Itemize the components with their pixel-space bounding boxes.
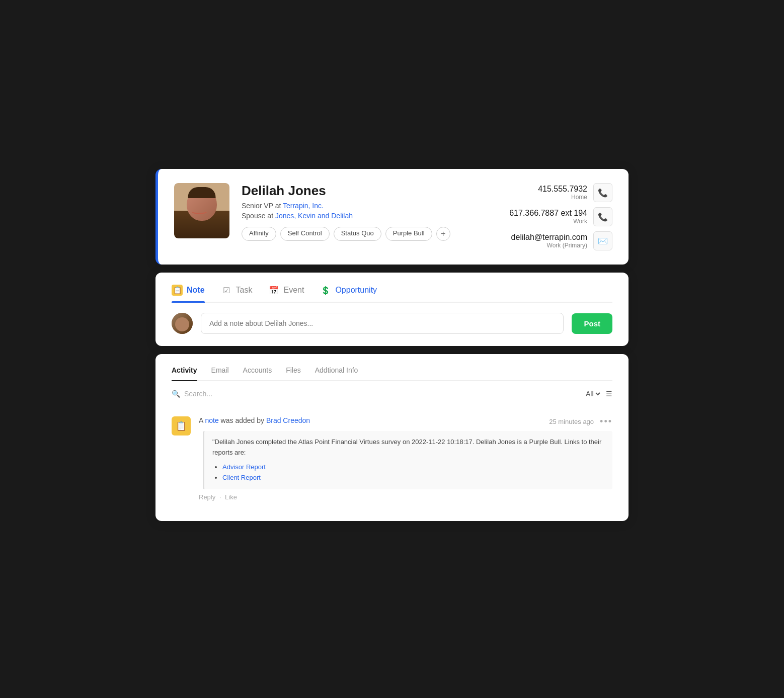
- client-report-link[interactable]: Client Report: [222, 474, 261, 481]
- contact-info: Delilah Jones Senior VP at Terrapin, Inc…: [242, 183, 472, 243]
- activity-action-prefix: A: [199, 416, 203, 424]
- tab-note[interactable]: 📋 Note: [172, 285, 205, 302]
- post-button[interactable]: Post: [572, 313, 612, 334]
- filter-row: All ☰: [584, 389, 612, 398]
- email-text: delilah@terrapin.com Work (Primary): [511, 233, 587, 249]
- activity-item-header: A note was added by Brad Creedon 25 minu…: [199, 416, 612, 427]
- activity-links-list: Advisor Report Client Report: [212, 462, 604, 483]
- email-label: Work (Primary): [511, 242, 587, 249]
- phone-work-button[interactable]: 📞: [593, 207, 612, 226]
- tag-status-quo[interactable]: Status Quo: [334, 227, 381, 241]
- opportunity-icon: 💲: [320, 285, 331, 296]
- search-placeholder: Search...: [184, 390, 212, 398]
- tag-affinity[interactable]: Affinity: [242, 227, 276, 241]
- activity-item-title: A note was added by Brad Creedon: [199, 416, 310, 424]
- note-icon: 📋: [172, 285, 183, 296]
- avatar: [174, 183, 229, 238]
- activity-tab-activity[interactable]: Activity: [172, 366, 197, 380]
- like-button[interactable]: Like: [225, 493, 237, 501]
- email-item: delilah@terrapin.com Work (Primary) ✉️: [472, 231, 612, 250]
- add-tag-button[interactable]: +: [436, 227, 450, 241]
- contact-card: Delilah Jones Senior VP at Terrapin, Inc…: [155, 169, 629, 265]
- tab-task[interactable]: ☑ Task: [221, 285, 253, 302]
- activity-author-link[interactable]: Brad Creedon: [266, 416, 310, 424]
- footer-divider: ·: [219, 493, 223, 501]
- tab-opportunity-label: Opportunity: [335, 286, 377, 295]
- activity-more-button[interactable]: •••: [600, 416, 612, 427]
- filter-icon[interactable]: ☰: [606, 390, 612, 398]
- activity-note-link[interactable]: note: [205, 416, 218, 424]
- filter-select[interactable]: All: [584, 389, 602, 398]
- contact-spouse-link[interactable]: Jones, Kevin and Delilah: [275, 212, 353, 220]
- user-avatar: [172, 313, 193, 334]
- activity-note-icon: 📋: [172, 416, 191, 435]
- email-address: delilah@terrapin.com: [511, 233, 587, 242]
- advisor-report-link[interactable]: Advisor Report: [222, 463, 266, 471]
- note-card: 📋 Note ☑ Task 📅 Event 💲 Opportunity: [155, 273, 629, 346]
- note-tabs: 📋 Note ☑ Task 📅 Event 💲 Opportunity: [172, 285, 612, 303]
- list-item: Client Report: [222, 473, 604, 483]
- reply-button[interactable]: Reply: [199, 493, 215, 501]
- activity-tabs: Activity Email Accounts Files Addtional …: [172, 366, 612, 381]
- tab-opportunity[interactable]: 💲 Opportunity: [320, 285, 377, 302]
- phone-work-number: 617.366.7887 ext 194: [509, 209, 587, 218]
- tab-task-label: Task: [236, 286, 253, 295]
- phone-home-text: 415.555.7932 Home: [538, 185, 587, 201]
- contact-company-link[interactable]: Terrapin, Inc.: [283, 202, 324, 210]
- activity-card: Activity Email Accounts Files Addtional …: [155, 354, 629, 520]
- contact-name: Delilah Jones: [242, 183, 472, 199]
- search-icon: 🔍: [172, 390, 180, 398]
- list-item: Advisor Report: [222, 462, 604, 473]
- activity-item-content: A note was added by Brad Creedon 25 minu…: [199, 416, 612, 500]
- tag-self-control[interactable]: Self Control: [280, 227, 330, 241]
- contact-spouse-label: Spouse at: [242, 212, 273, 220]
- search-row: 🔍 Search... All ☰: [172, 389, 612, 398]
- activity-tab-additional[interactable]: Addtional Info: [315, 366, 358, 380]
- email-button[interactable]: ✉️: [593, 231, 612, 250]
- note-input-field[interactable]: [201, 313, 564, 334]
- activity-item: 📋 A note was added by Brad Creedon 25 mi…: [172, 408, 612, 508]
- tab-note-label: Note: [187, 286, 205, 295]
- contact-role: Senior VP at Terrapin, Inc.: [242, 202, 472, 210]
- activity-tab-files[interactable]: Files: [286, 366, 301, 380]
- phone-home-item: 415.555.7932 Home 📞: [472, 183, 612, 202]
- activity-footer: Reply · Like: [199, 493, 612, 501]
- tags-container: Affinity Self Control Status Quo Purple …: [242, 227, 472, 241]
- tag-purple-bull[interactable]: Purple Bull: [385, 227, 432, 241]
- phone-home-number: 415.555.7932: [538, 185, 587, 194]
- tab-event-label: Event: [283, 286, 304, 295]
- note-input-row: Post: [172, 313, 612, 334]
- contact-title: Senior VP at: [242, 202, 281, 210]
- activity-timestamp: 25 minutes ago: [549, 418, 594, 425]
- activity-meta: 25 minutes ago •••: [549, 416, 612, 427]
- search-box: 🔍 Search...: [172, 390, 212, 398]
- event-icon: 📅: [268, 285, 279, 296]
- activity-tab-email[interactable]: Email: [211, 366, 229, 380]
- activity-tab-accounts[interactable]: Accounts: [243, 366, 272, 380]
- tab-event[interactable]: 📅 Event: [268, 285, 304, 302]
- activity-action-text: was added by: [221, 416, 264, 424]
- phone-work-item: 617.366.7887 ext 194 Work 📞: [472, 207, 612, 226]
- phone-work-label: Work: [509, 218, 587, 225]
- phone-home-button[interactable]: 📞: [593, 183, 612, 202]
- task-icon: ☑: [221, 285, 232, 296]
- activity-body: "Delilah Jones completed the Atlas Point…: [203, 431, 612, 489]
- contact-actions: 415.555.7932 Home 📞 617.366.7887 ext 194…: [472, 183, 612, 250]
- phone-work-text: 617.366.7887 ext 194 Work: [509, 209, 587, 225]
- activity-body-text: "Delilah Jones completed the Atlas Point…: [212, 437, 604, 458]
- phone-home-label: Home: [538, 194, 587, 201]
- contact-spouse: Spouse at Jones, Kevin and Delilah: [242, 212, 472, 220]
